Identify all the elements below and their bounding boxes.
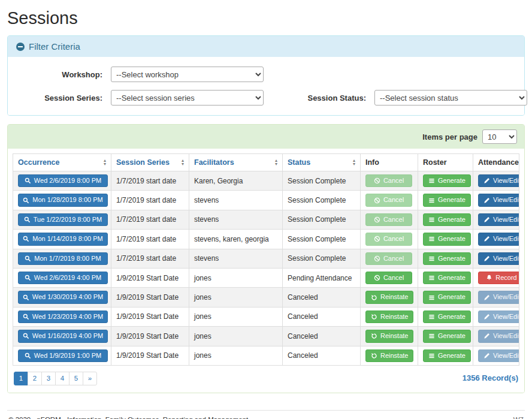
table-row: Wed 2/6/2019 4:00 PM1/9/2019 Start Datej… xyxy=(13,268,519,287)
search-icon xyxy=(23,197,29,204)
roster-generate-button[interactable]: Generate xyxy=(423,194,471,206)
button-label: Wed 1/9/2019 1:00 PM xyxy=(34,351,101,360)
roster-generate-button[interactable]: Generate xyxy=(423,311,471,323)
occurrence-button[interactable]: Wed 2/6/2019 8:00 PM xyxy=(18,174,108,187)
session-status-select[interactable]: --Select session status xyxy=(374,90,527,105)
filter-criteria-panel: Filter Criteria Workshop: --Select works… xyxy=(7,35,525,116)
occurrence-button[interactable]: Mon 1/7/2019 8:00 PM xyxy=(18,252,108,265)
column-label: Facilitators xyxy=(194,158,234,167)
roster-generate-button[interactable]: Generate xyxy=(423,330,471,342)
status-cell: Session Complete xyxy=(283,230,361,249)
roster-generate-button[interactable]: Generate xyxy=(423,252,471,265)
pencil-icon xyxy=(483,333,490,339)
occurrence-button[interactable]: Wed 2/6/2019 4:00 PM xyxy=(18,272,108,284)
session-series-cell: 1/9/2019 Start Date xyxy=(111,346,189,365)
filter-criteria-header[interactable]: Filter Criteria xyxy=(8,36,524,57)
table-panel-body: Occurrence▴▾Session Series▴▾Facilitators… xyxy=(8,149,524,393)
attendance-action-button: View/Edit xyxy=(478,311,519,323)
button-label: View/Edit xyxy=(493,254,519,263)
occurrence-button[interactable]: Mon 1/14/2019 8:00 PM xyxy=(18,233,108,245)
status-cell: Pending Attendance xyxy=(283,268,361,287)
roster-generate-button[interactable]: Generate xyxy=(423,213,471,226)
list-icon xyxy=(428,177,435,184)
list-icon xyxy=(428,216,435,223)
copyright-text: © 2020 - nFORM - Information, Family Out… xyxy=(8,416,248,419)
session-status-label: Session Status: xyxy=(280,94,374,103)
column-header-session-series[interactable]: Session Series▴▾ xyxy=(111,154,189,171)
button-label: Wed 2/6/2019 8:00 PM xyxy=(34,176,101,185)
pagination-page-3[interactable]: 3 xyxy=(41,372,56,385)
roster-generate-button[interactable]: Generate xyxy=(423,349,471,362)
pagination-page-5[interactable]: 5 xyxy=(69,372,83,385)
occurrence-button[interactable]: Wed 1/30/2019 4:00 PM xyxy=(18,291,108,303)
table-row: Tue 1/22/2019 8:00 PM1/7/2019 start date… xyxy=(13,210,519,229)
button-label: Reinstate xyxy=(380,331,408,340)
info-action-button: Cancel xyxy=(365,233,412,245)
workshop-select[interactable]: --Select workshop xyxy=(111,67,264,82)
occurrence-button[interactable]: Mon 1/28/2019 8:00 PM xyxy=(18,194,108,206)
session-series-cell: 1/9/2019 Start Date xyxy=(111,288,189,307)
search-icon xyxy=(23,314,29,320)
attendance-action-button[interactable]: View/Edit xyxy=(478,252,519,265)
button-label: Generate xyxy=(438,312,466,321)
button-label: Mon 1/28/2019 8:00 PM xyxy=(32,195,102,204)
button-label: Generate xyxy=(438,351,466,360)
attendance-action-button[interactable]: View/Edit xyxy=(478,233,519,245)
pagination-page-4[interactable]: 4 xyxy=(55,372,69,385)
info-action-button[interactable]: Reinstate xyxy=(365,311,413,323)
pagination-next-button[interactable]: » xyxy=(83,372,97,385)
search-icon xyxy=(24,216,31,223)
ban-icon xyxy=(374,236,380,242)
occurrence-button[interactable]: Wed 1/9/2019 1:00 PM xyxy=(18,349,108,362)
ban-icon xyxy=(374,275,380,281)
roster-generate-button[interactable]: Generate xyxy=(423,291,471,303)
attendance-action-button[interactable]: Record xyxy=(478,272,519,284)
attendance-action-button[interactable]: View/Edit xyxy=(478,213,519,226)
pagination-page-1[interactable]: 1 xyxy=(14,372,28,385)
search-icon xyxy=(25,275,31,281)
roster-generate-button[interactable]: Generate xyxy=(423,174,471,187)
button-label: Generate xyxy=(438,176,466,185)
button-label: Cancel xyxy=(383,215,404,224)
button-label: Cancel xyxy=(383,254,404,263)
column-header-occurrence[interactable]: Occurrence▴▾ xyxy=(13,154,111,171)
occurrence-button[interactable]: Tue 1/22/2019 8:00 PM xyxy=(18,213,108,226)
ban-icon xyxy=(374,255,380,262)
info-action-button[interactable]: Reinstate xyxy=(365,330,413,342)
column-header-info: Info xyxy=(361,154,418,171)
sort-icon: ▴▾ xyxy=(182,159,184,166)
info-action-button[interactable]: Cancel xyxy=(365,272,412,284)
button-label: Generate xyxy=(438,254,466,263)
items-per-page-select[interactable]: 10 xyxy=(482,129,517,144)
list-icon xyxy=(428,275,435,281)
pagination-page-2[interactable]: 2 xyxy=(28,372,42,385)
button-label: View/Edit xyxy=(493,176,519,185)
search-icon xyxy=(23,236,29,242)
button-label: Reinstate xyxy=(380,351,408,360)
column-label: Occurrence xyxy=(18,158,59,167)
column-header-status[interactable]: Status▴▾ xyxy=(283,154,361,171)
attendance-action-button[interactable]: View/Edit xyxy=(478,194,519,206)
table-row: Mon 1/28/2019 8:00 PM1/7/2019 start date… xyxy=(13,191,519,210)
button-label: Generate xyxy=(438,273,466,282)
list-icon xyxy=(428,314,435,320)
roster-generate-button[interactable]: Generate xyxy=(423,233,471,245)
attendance-action-button[interactable]: View/Edit xyxy=(478,174,519,187)
undo-icon xyxy=(371,333,377,339)
column-label: Roster xyxy=(423,158,447,167)
info-action-button[interactable]: Reinstate xyxy=(365,349,413,362)
info-action-button: Cancel xyxy=(365,174,412,187)
button-label: Tue 1/22/2019 8:00 PM xyxy=(34,215,102,224)
roster-generate-button[interactable]: Generate xyxy=(423,272,471,284)
occurrence-button[interactable]: Wed 1/16/2019 4:00 PM xyxy=(18,330,108,342)
info-action-button[interactable]: Reinstate xyxy=(365,291,413,303)
column-header-facilitators[interactable]: Facilitators▴▾ xyxy=(189,154,283,171)
session-series-cell: 1/7/2019 start date xyxy=(111,191,189,210)
info-action-button: Cancel xyxy=(365,213,412,226)
occurrence-button[interactable]: Wed 1/23/2019 4:00 PM xyxy=(18,311,108,323)
search-icon xyxy=(23,333,29,339)
session-series-select[interactable]: --Select session series xyxy=(111,90,264,105)
status-cell: Session Complete xyxy=(283,210,361,229)
facilitators-cell: jones xyxy=(189,307,283,326)
pencil-icon xyxy=(483,294,490,301)
